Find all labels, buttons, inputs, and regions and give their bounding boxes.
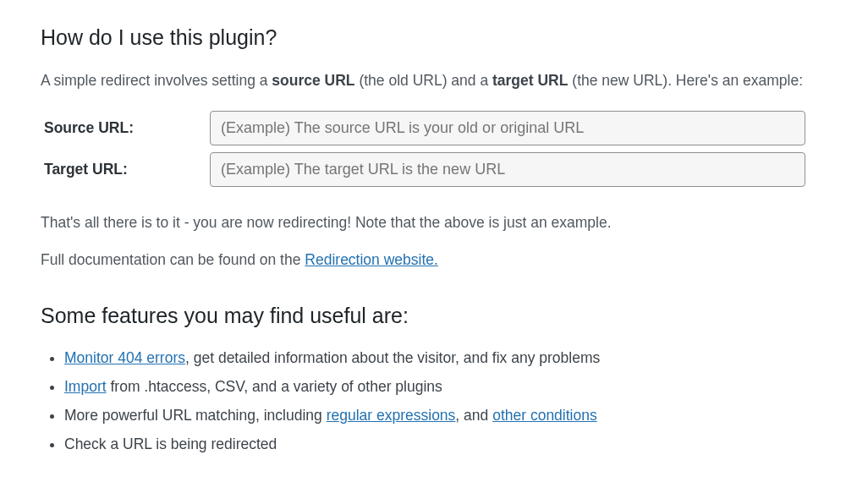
intro-post: (the new URL). Here's an example: <box>568 72 803 89</box>
feature3-pre: More powerful URL matching, including <box>64 407 327 424</box>
source-url-label: Source URL: <box>41 107 210 149</box>
example-form-table: Source URL: Target URL: <box>41 107 805 190</box>
redirection-website-link[interactable]: Redirection website. <box>305 251 438 268</box>
target-url-label: Target URL: <box>41 149 210 190</box>
regex-link[interactable]: regular expressions <box>327 407 456 424</box>
source-url-input[interactable] <box>210 111 805 145</box>
feature1-rest: , get detailed information about the vis… <box>185 349 600 366</box>
other-conditions-link[interactable]: other conditions <box>492 407 597 424</box>
list-item: More powerful URL matching, including re… <box>64 401 805 430</box>
heading-features: Some features you may find useful are: <box>41 304 805 328</box>
list-item: Monitor 404 errors, get detailed informa… <box>64 343 805 372</box>
documentation-paragraph: Full documentation can be found on the R… <box>41 248 805 271</box>
intro-paragraph: A simple redirect involves setting a sou… <box>41 68 805 92</box>
intro-pre: A simple redirect involves setting a <box>41 72 272 89</box>
list-item: Import from .htaccess, CSV, and a variet… <box>64 372 805 401</box>
features-list: Monitor 404 errors, get detailed informa… <box>41 343 805 459</box>
intro-bold-source: source URL <box>272 72 354 89</box>
list-item: Check a URL is being redirected <box>64 430 805 458</box>
thats-all-paragraph: That's all there is to it - you are now … <box>41 211 805 234</box>
heading-how-to-use: How do I use this plugin? <box>41 25 805 50</box>
target-url-input[interactable] <box>210 152 805 187</box>
intro-bold-target: target URL <box>492 72 568 89</box>
intro-mid: (the old URL) and a <box>355 72 492 89</box>
documentation-pre: Full documentation can be found on the <box>41 251 305 268</box>
feature2-rest: from .htaccess, CSV, and a variety of ot… <box>107 378 442 395</box>
import-link[interactable]: Import <box>64 378 107 395</box>
feature3-mid: , and <box>455 407 492 424</box>
monitor-404-link[interactable]: Monitor 404 errors <box>64 349 185 366</box>
